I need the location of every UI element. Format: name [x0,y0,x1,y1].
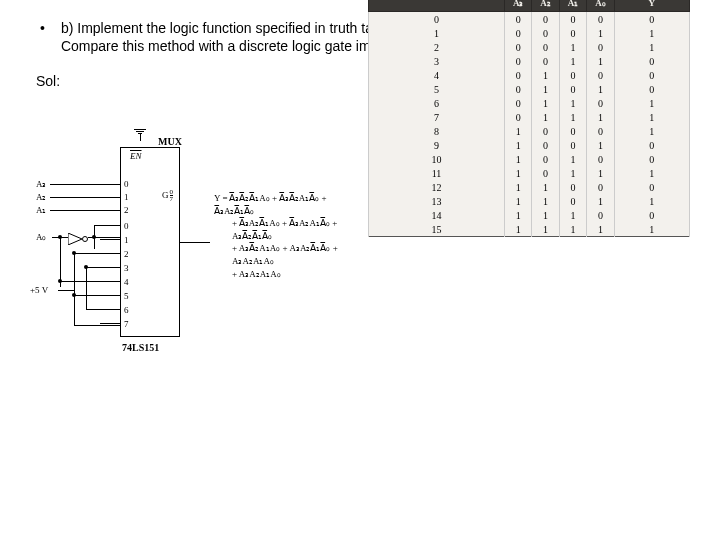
cell-d: 1 [369,26,505,40]
enable-label: EN [130,151,142,161]
table-row: 000000 [369,12,690,27]
cell-a2: 1 [532,208,559,222]
cell-d: 15 [369,222,505,237]
cell-a1: 0 [559,194,586,208]
cell-y: 0 [614,180,689,194]
cell-a3: 1 [504,152,531,166]
sel-pin-0: 0 [124,179,129,189]
data-pin-2: 2 [124,249,129,259]
cell-a3: 0 [504,68,531,82]
cell-y: 0 [614,12,689,27]
inverter-icon [68,233,90,245]
cell-a3: 1 [504,180,531,194]
cell-a2: 1 [532,110,559,124]
table-row: 910010 [369,138,690,152]
boolean-expression: Y = A̅₃A̅₂A̅₁A₀ + A̅₃A̅₂A₁A̅₀ + A̅₃A₂A̅₁… [214,107,364,280]
input-a3: A₃ [36,179,47,189]
cell-a3: 0 [504,26,531,40]
cell-a2: 0 [532,124,559,138]
cell-y: 1 [614,166,689,180]
input-a0: A₀ [36,232,47,242]
cell-a2: 0 [532,138,559,152]
truth-table: DECIMAL DIGIT INPUTS OUTPUT A₃ A₂ A₁ A₀ … [368,0,690,237]
cell-a3: 0 [504,82,531,96]
question-label: b) [61,20,73,36]
table-row: 701111 [369,110,690,124]
table-row: 300110 [369,54,690,68]
cell-a0: 1 [587,222,614,237]
th-a0: A₀ [587,0,614,12]
table-row: 501010 [369,82,690,96]
data-pin-6: 6 [124,305,129,315]
cell-a2: 0 [532,166,559,180]
cell-y: 0 [614,54,689,68]
cell-y: 1 [614,194,689,208]
cell-a2: 1 [532,222,559,237]
data-pin-1: 1 [124,235,129,245]
mux-label: MUX [158,136,182,147]
cell-a3: 1 [504,208,531,222]
expr-t3: + A₃A₂A₁A₀ [214,268,364,281]
cell-d: 14 [369,208,505,222]
table-row: 1511111 [369,222,690,237]
cell-y: 1 [614,110,689,124]
cell-y: 1 [614,40,689,54]
table-row: 1411100 [369,208,690,222]
cell-a0: 0 [587,180,614,194]
cell-a1: 0 [559,180,586,194]
cell-a2: 0 [532,40,559,54]
cell-d: 13 [369,194,505,208]
cell-d: 7 [369,110,505,124]
cell-a0: 0 [587,152,614,166]
cell-a2: 0 [532,152,559,166]
bullet-glyph: • [40,20,45,55]
circuit-diagram: MUX EN G07 A₃ A₂ A₁ 0 1 2 A₀ [30,107,210,397]
cell-a1: 0 [559,82,586,96]
cell-a2: 0 [532,54,559,68]
data-pin-7: 7 [124,319,129,329]
cell-d: 2 [369,40,505,54]
cell-a0: 0 [587,208,614,222]
cell-a0: 1 [587,166,614,180]
cell-a0: 1 [587,138,614,152]
th-a1: A₁ [559,0,586,12]
cell-a3: 0 [504,40,531,54]
cell-d: 4 [369,68,505,82]
input-a1: A₁ [36,205,47,215]
cell-a1: 0 [559,26,586,40]
expr-t0: A̅₃A̅₂A̅₁A₀ + A̅₃A̅₂A₁A̅₀ + A̅₃A₂A̅₁A̅₀ [214,193,327,216]
mux-chip [120,147,180,337]
cell-a2: 0 [532,26,559,40]
cell-y: 0 [614,68,689,82]
cell-y: 0 [614,152,689,166]
cell-a3: 0 [504,12,531,27]
sel-pin-1: 1 [124,192,129,202]
table-row: 100011 [369,26,690,40]
cell-a0: 1 [587,54,614,68]
cell-y: 1 [614,96,689,110]
cell-y: 1 [614,26,689,40]
svg-marker-0 [68,233,82,245]
cell-d: 8 [369,124,505,138]
cell-y: 0 [614,208,689,222]
cell-y: 1 [614,222,689,237]
cell-y: 0 [614,138,689,152]
vcc-label: +5 V [30,285,48,295]
cell-d: 0 [369,12,505,27]
cell-d: 12 [369,180,505,194]
data-pin-3: 3 [124,263,129,273]
cell-a2: 0 [532,12,559,27]
cell-d: 3 [369,54,505,68]
cell-a1: 1 [559,166,586,180]
data-pin-4: 4 [124,277,129,287]
cell-a1: 0 [559,68,586,82]
cell-a0: 0 [587,40,614,54]
cell-a1: 1 [559,222,586,237]
cell-a1: 0 [559,124,586,138]
cell-a1: 1 [559,54,586,68]
chip-partnumber: 74LS151 [122,342,159,353]
table-row: 200101 [369,40,690,54]
cell-a2: 1 [532,194,559,208]
cell-a1: 1 [559,208,586,222]
cell-a1: 1 [559,152,586,166]
